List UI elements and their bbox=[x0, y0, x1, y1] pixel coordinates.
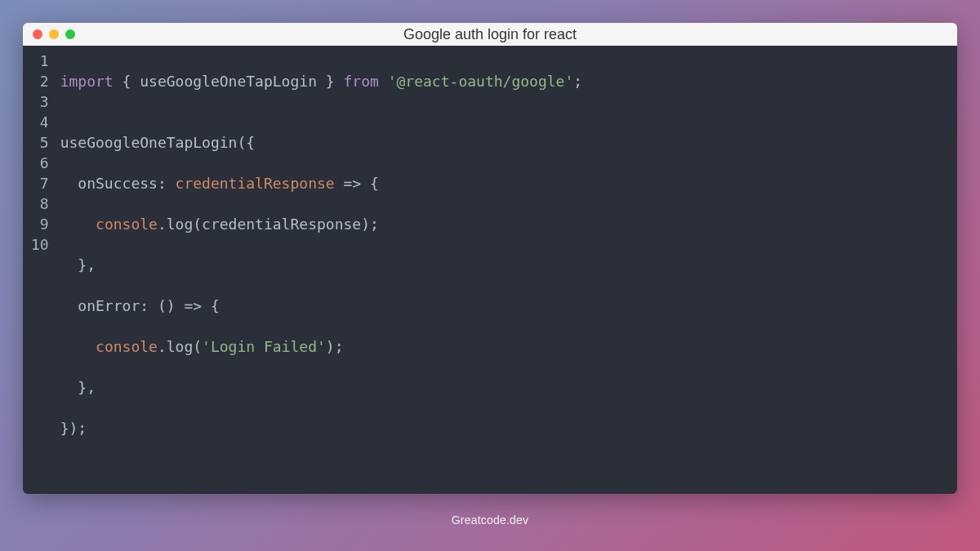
identifier: console bbox=[96, 338, 158, 355]
window-title: Google auth login for react bbox=[23, 26, 957, 43]
code-line: }, bbox=[60, 255, 582, 275]
identifier: { useGoogleOneTapLogin } bbox=[114, 73, 344, 90]
line-gutter: 1 2 3 4 5 6 7 8 9 10 bbox=[23, 51, 56, 479]
indent bbox=[60, 338, 96, 355]
line-number: 9 bbox=[31, 214, 49, 234]
close-icon[interactable] bbox=[33, 29, 42, 39]
string: '@react-oauth/google' bbox=[388, 73, 574, 90]
code-content[interactable]: import { useGoogleOneTapLogin } from '@r… bbox=[56, 51, 595, 479]
line-number: 8 bbox=[31, 193, 49, 214]
line-number: 2 bbox=[31, 71, 49, 91]
code-line: onSuccess: credentialResponse => { bbox=[60, 173, 582, 193]
line-number: 6 bbox=[31, 153, 49, 173]
attribution-text: Greatcode.dev bbox=[0, 513, 980, 527]
identifier: .log(credentialResponse); bbox=[158, 216, 379, 233]
code-line: console.log('Login Failed'); bbox=[60, 336, 582, 357]
punct: }); bbox=[60, 420, 87, 437]
punct: }, bbox=[60, 379, 96, 396]
indent bbox=[60, 216, 96, 233]
identifier: onError: () => { bbox=[60, 297, 220, 314]
code-area: 1 2 3 4 5 6 7 8 9 10 import { useGoogleO… bbox=[23, 46, 957, 494]
punct: }, bbox=[60, 256, 96, 273]
code-window: Google auth login for react 1 2 3 4 5 6 … bbox=[23, 23, 957, 494]
line-number: 4 bbox=[31, 112, 49, 132]
identifier: console bbox=[96, 216, 158, 233]
line-number: 5 bbox=[31, 132, 49, 153]
punct bbox=[379, 73, 388, 90]
punct: => { bbox=[335, 175, 379, 192]
code-line: import { useGoogleOneTapLogin } from '@r… bbox=[60, 71, 582, 91]
line-number: 1 bbox=[31, 51, 49, 71]
code-line: onError: () => { bbox=[60, 295, 582, 316]
code-line: }, bbox=[60, 377, 582, 398]
keyword: from bbox=[343, 73, 378, 90]
identifier: useGoogleOneTapLogin({ bbox=[60, 134, 255, 151]
line-number: 10 bbox=[31, 234, 49, 255]
code-line: console.log(credentialResponse); bbox=[60, 214, 582, 234]
traffic-lights bbox=[23, 29, 75, 39]
maximize-icon[interactable] bbox=[65, 29, 75, 39]
punct: ; bbox=[573, 73, 582, 90]
identifier: .log( bbox=[158, 338, 202, 355]
titlebar: Google auth login for react bbox=[23, 23, 957, 46]
string: 'Login Failed' bbox=[202, 338, 326, 355]
minimize-icon[interactable] bbox=[49, 29, 59, 39]
code-line: }); bbox=[60, 418, 582, 438]
line-number: 7 bbox=[31, 173, 49, 193]
identifier: onSuccess: bbox=[60, 175, 176, 192]
line-number: 3 bbox=[31, 91, 49, 112]
punct: ); bbox=[326, 338, 344, 355]
keyword: import bbox=[60, 73, 114, 90]
code-line: useGoogleOneTapLogin({ bbox=[60, 132, 582, 153]
parameter: credentialResponse bbox=[176, 175, 335, 192]
